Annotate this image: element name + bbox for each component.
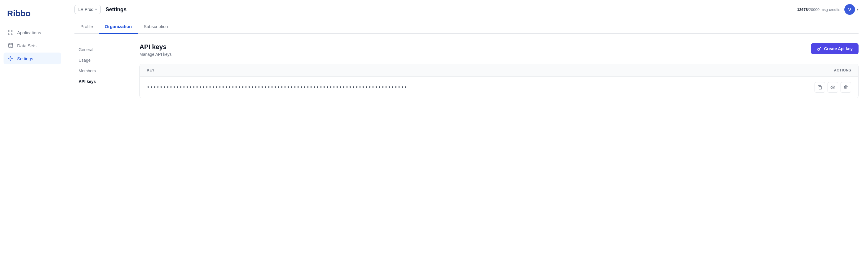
tab-profile[interactable]: Profile: [74, 19, 99, 34]
gear-icon: [8, 56, 13, 61]
msg-credits: 12678/20000 msg credits: [797, 7, 840, 12]
svg-rect-3: [11, 33, 13, 35]
view-key-button[interactable]: [828, 82, 838, 93]
settings-nav-usage[interactable]: Usage: [74, 55, 132, 66]
api-row-actions: [814, 82, 851, 93]
avatar-chevron-icon: ▾: [857, 7, 859, 11]
sidebar-navigation: Applications Data Sets Settings: [0, 27, 65, 64]
tab-organization[interactable]: Organization: [99, 19, 138, 34]
api-key-value: ••••••••••••••••••••••••••••••••••••••••…: [147, 85, 407, 90]
copy-key-button[interactable]: [814, 82, 825, 93]
user-avatar-button[interactable]: V ▾: [844, 4, 859, 15]
svg-point-5: [10, 58, 11, 59]
sidebar-item-data-sets[interactable]: Data Sets: [4, 39, 61, 52]
copy-icon: [817, 85, 822, 90]
msg-credits-total: 20000: [809, 7, 819, 12]
sidebar-logo: Ribbo: [0, 6, 65, 27]
settings-nav-api-keys[interactable]: API keys: [74, 76, 132, 87]
key-icon: [817, 46, 822, 51]
sidebar-item-settings[interactable]: Settings: [4, 53, 61, 64]
svg-rect-0: [8, 30, 10, 32]
svg-point-8: [832, 87, 833, 88]
settings-layout: General Usage Members API keys API keys: [74, 43, 859, 98]
workspace-dropdown[interactable]: LR Prod ▾: [74, 5, 101, 14]
brand-name: Ribbo: [7, 9, 30, 18]
header-right: 12678/20000 msg credits V ▾: [797, 4, 859, 15]
content-area: Profile Organization Subscription Genera…: [65, 19, 868, 261]
svg-point-6: [817, 48, 819, 51]
avatar-initial: V: [848, 7, 851, 12]
api-table-header: KEY ACTIONS: [140, 64, 858, 77]
create-api-key-button[interactable]: Create Api key: [811, 43, 859, 54]
trash-icon: [843, 85, 848, 90]
svg-rect-2: [8, 33, 10, 35]
col-key-header: KEY: [147, 68, 155, 72]
svg-point-4: [8, 43, 13, 45]
section-header: API keys Manage API keys Creat: [140, 43, 859, 57]
delete-key-button[interactable]: [840, 82, 851, 93]
tabs-bar: Profile Organization Subscription: [74, 19, 859, 34]
sidebar: Ribbo Applications Data: [0, 0, 65, 261]
msg-credits-label: msg credits: [821, 7, 840, 12]
section-title-group: API keys Manage API keys: [140, 43, 172, 57]
sidebar-item-label: Applications: [17, 30, 41, 35]
section-subtitle: Manage API keys: [140, 52, 172, 57]
api-keys-table: KEY ACTIONS ••••••••••••••••••••••••••••…: [140, 64, 859, 98]
section-title: API keys: [140, 43, 172, 51]
grid-icon: [8, 30, 13, 35]
page-title: Settings: [105, 6, 126, 13]
svg-rect-7: [819, 87, 822, 89]
table-row: ••••••••••••••••••••••••••••••••••••••••…: [140, 77, 858, 98]
tab-subscription[interactable]: Subscription: [138, 19, 174, 34]
main-content: LR Prod ▾ Settings 12678/20000 msg credi…: [65, 0, 868, 261]
workspace-name: LR Prod: [78, 7, 93, 12]
sidebar-item-applications[interactable]: Applications: [4, 27, 61, 38]
msg-credits-used: 12678: [797, 7, 808, 12]
settings-nav-general[interactable]: General: [74, 44, 132, 55]
sidebar-item-label: Data Sets: [17, 43, 37, 48]
settings-nav-members[interactable]: Members: [74, 66, 132, 76]
chevron-down-icon: ▾: [95, 7, 97, 11]
settings-content: API keys Manage API keys Creat: [140, 43, 859, 98]
sidebar-item-label: Settings: [17, 56, 33, 61]
top-header: LR Prod ▾ Settings 12678/20000 msg credi…: [65, 0, 868, 19]
eye-icon: [831, 85, 835, 90]
settings-sidebar: General Usage Members API keys: [74, 43, 140, 98]
col-actions-header: ACTIONS: [834, 68, 851, 72]
database-icon: [8, 42, 13, 48]
svg-rect-1: [11, 30, 13, 32]
avatar: V: [844, 4, 855, 15]
create-api-key-label: Create Api key: [824, 46, 852, 51]
header-left: LR Prod ▾ Settings: [74, 5, 126, 14]
